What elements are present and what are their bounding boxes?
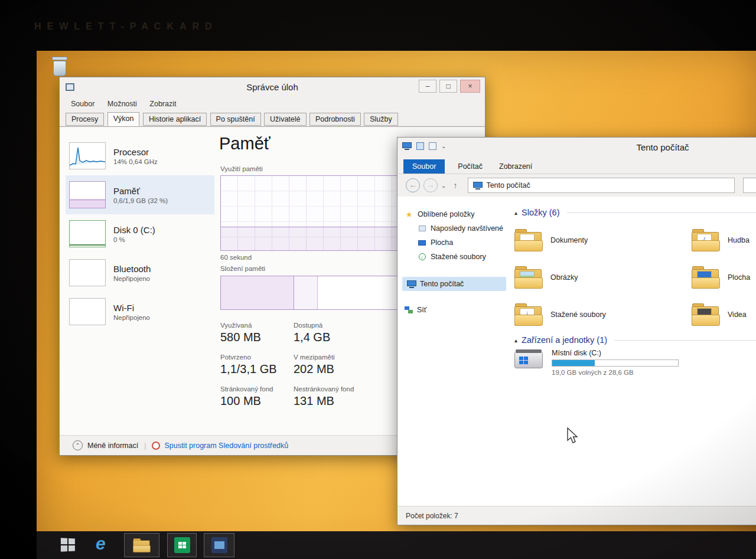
nav-recent[interactable]: Naposledy navštívené bbox=[397, 221, 510, 236]
nav-this-pc[interactable]: Tento počítač bbox=[402, 277, 506, 291]
sidebar-item-label: Bluetooth bbox=[113, 264, 151, 274]
bluetooth-graph-thumbnail bbox=[69, 259, 106, 286]
start-button[interactable] bbox=[61, 538, 76, 552]
memory-graph-thumbnail bbox=[69, 181, 106, 208]
folder-tile-dokumenty[interactable]: Dokumenty bbox=[514, 225, 687, 256]
ribbon-tab-zobrazeni[interactable]: Zobrazení bbox=[496, 159, 536, 174]
sidebar-item-label: Paměť bbox=[113, 186, 168, 196]
tab-sluzby[interactable]: Služby bbox=[364, 113, 398, 126]
close-button[interactable]: × bbox=[460, 80, 480, 93]
nav-favorites[interactable]: ★ Oblíbené položky bbox=[397, 207, 510, 221]
folder-tile-stazene-soubory[interactable]: ↓ Stažené soubory bbox=[514, 299, 687, 330]
menu-zobrazit[interactable]: Zobrazit bbox=[144, 97, 181, 110]
address-toolbar: ← → ⌄ ↑ Tento počítač bbox=[397, 174, 756, 197]
group-header-devices[interactable]: ▴ Zařízení a jednotky (1) bbox=[514, 335, 756, 345]
nav-downloads[interactable]: ↓ Stažené soubory bbox=[397, 250, 510, 264]
sidebar-item-label: Disk 0 (C:) bbox=[113, 225, 155, 235]
address-bar[interactable]: Tento počítač bbox=[468, 178, 735, 193]
recent-places-icon bbox=[418, 225, 426, 233]
menu-soubor[interactable]: Soubor bbox=[66, 97, 100, 110]
folder-icon bbox=[692, 303, 720, 326]
sidebar-item-pamet[interactable]: Paměť 0,6/1,9 GB (32 %) bbox=[66, 175, 214, 214]
task-manager-titlebar[interactable]: Správce úloh – □ × bbox=[60, 77, 485, 97]
folder-icon bbox=[514, 266, 543, 289]
back-button[interactable]: ← bbox=[406, 178, 420, 192]
ribbon-tab-soubor[interactable]: Soubor bbox=[403, 159, 445, 174]
drive-label: Místní disk (C:) bbox=[552, 349, 601, 357]
group-header-rule bbox=[614, 340, 756, 341]
nav-desktop[interactable]: Plocha bbox=[397, 236, 510, 250]
store-icon bbox=[174, 537, 190, 553]
taskbar-explorer-button[interactable] bbox=[124, 533, 159, 557]
stat-strankovany-fond: Stránkovaný fond 100 MB bbox=[220, 385, 294, 408]
item-count-text: Počet položek: 7 bbox=[406, 512, 458, 520]
explorer-titlebar[interactable]: ⌄ Tento počítač bbox=[397, 138, 756, 158]
less-info-button[interactable]: Méně informací bbox=[87, 442, 138, 450]
ribbon-tab-pocitac[interactable]: Počítač bbox=[454, 159, 486, 174]
tab-historie-aplikaci[interactable]: Historie aplikací bbox=[143, 113, 207, 126]
task-manager-tabstrip: Procesy Výkon Historie aplikací Po spušt… bbox=[60, 112, 485, 127]
wifi-graph-thumbnail bbox=[69, 298, 106, 325]
ribbon-tabstrip: Soubor Počítač Zobrazení bbox=[397, 158, 756, 174]
folder-tile-videa[interactable]: Videa bbox=[692, 299, 756, 330]
sidebar-item-bluetooth[interactable]: Bluetooth Nepřipojeno bbox=[66, 253, 214, 292]
desktop-icon bbox=[418, 239, 426, 247]
recycle-bin-body bbox=[53, 61, 66, 76]
taskbar-store-button[interactable] bbox=[167, 533, 197, 557]
search-box[interactable] bbox=[743, 178, 756, 193]
navigation-pane: ★ Oblíbené položky Naposledy navštívené … bbox=[397, 197, 510, 506]
nav-network[interactable]: Síť bbox=[397, 303, 510, 317]
menu-moznosti[interactable]: Možnosti bbox=[102, 97, 142, 110]
chevron-up-circle-icon: ⌃ bbox=[73, 440, 83, 450]
time-axis-label: 60 sekund bbox=[220, 254, 252, 261]
windows-logo-icon bbox=[519, 357, 528, 364]
tab-uzivatele[interactable]: Uživatelé bbox=[264, 113, 306, 126]
sidebar-item-detail: 0,6/1,9 GB (32 %) bbox=[113, 197, 168, 204]
forward-button[interactable]: → bbox=[423, 178, 438, 192]
folder-tile-obrazky[interactable]: Obrázky bbox=[514, 262, 687, 293]
network-icon bbox=[405, 306, 413, 313]
tab-podrobnosti[interactable]: Podrobnosti bbox=[309, 113, 361, 126]
sidebar-item-disk[interactable]: Disk 0 (C:) 0 % bbox=[66, 214, 214, 253]
composition-segment-inuse bbox=[221, 276, 294, 309]
folder-tile-plocha[interactable]: Plocha bbox=[692, 262, 756, 293]
stat-potvrzeno: Potvrzeno 1,1/3,1 GB bbox=[220, 354, 294, 376]
up-button[interactable]: ↑ bbox=[449, 181, 461, 190]
resource-monitor-icon bbox=[152, 442, 160, 450]
collapse-triangle-icon: ▴ bbox=[514, 210, 517, 216]
folder-icon bbox=[692, 266, 720, 289]
drive-free-text: 19,0 GB volných z 28,6 GB bbox=[552, 369, 679, 376]
address-pc-icon bbox=[473, 182, 483, 189]
sidebar-item-detail: 14% 0,64 GHz bbox=[113, 158, 158, 165]
tab-vykon[interactable]: Výkon bbox=[107, 112, 140, 126]
sidebar-item-wifi[interactable]: Wi-Fi Nepřipojeno bbox=[66, 292, 214, 331]
sidebar-item-procesor[interactable]: Procesor 14% 0,64 GHz bbox=[66, 136, 214, 175]
nav-label: Plocha bbox=[431, 238, 453, 247]
tab-po-spusteni[interactable]: Po spuštění bbox=[210, 113, 261, 126]
group-header-label: Složky (6) bbox=[522, 208, 559, 217]
this-pc-icon bbox=[407, 280, 416, 288]
history-dropdown-icon[interactable]: ⌄ bbox=[441, 182, 446, 189]
folder-tile-hudba[interactable]: ♪ Hudba bbox=[692, 225, 756, 256]
memory-composition-label: Složení paměti bbox=[220, 265, 265, 272]
memory-thumb-fill bbox=[70, 200, 105, 208]
recycle-bin-lid bbox=[52, 57, 67, 60]
recycle-bin-icon[interactable] bbox=[51, 54, 69, 78]
footer-divider: | bbox=[144, 442, 146, 450]
windows-logo-icon bbox=[61, 538, 67, 544]
folder-label: Obrázky bbox=[550, 273, 578, 282]
drive-tile-c[interactable]: Místní disk (C:) 19,0 GB volných z 28,6 … bbox=[514, 349, 679, 376]
photos-icon bbox=[211, 537, 227, 553]
tab-procesy[interactable]: Procesy bbox=[66, 113, 104, 126]
nav-label: Tento počítač bbox=[420, 280, 464, 288]
open-resource-monitor-link[interactable]: Spustit program Sledování prostředků bbox=[164, 442, 288, 450]
folder-icon bbox=[133, 538, 151, 553]
sidebar-item-detail: Nepřipojeno bbox=[113, 314, 150, 321]
minimize-button[interactable]: – bbox=[419, 80, 436, 93]
sidebar-item-detail: Nepřipojeno bbox=[113, 275, 151, 282]
maximize-button[interactable]: □ bbox=[439, 80, 457, 93]
internet-explorer-icon[interactable]: e bbox=[96, 534, 106, 554]
folder-icon bbox=[514, 229, 543, 251]
group-header-folders[interactable]: ▴ Složky (6) bbox=[514, 208, 756, 217]
taskbar-photos-button[interactable] bbox=[204, 533, 234, 557]
